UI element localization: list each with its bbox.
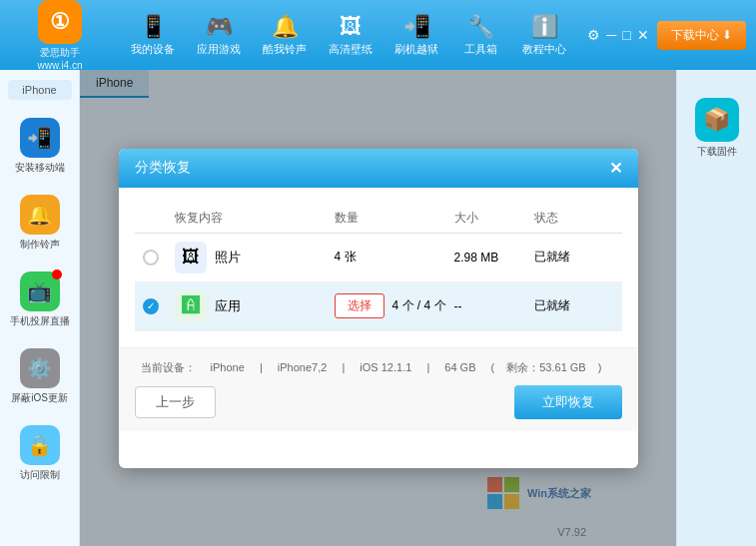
install-label: 安装移动端 xyxy=(15,161,65,175)
ringtone-icon: 🔔 xyxy=(272,14,299,40)
nav-apps-games[interactable]: 🎮 应用游戏 xyxy=(187,8,251,63)
nav-wallpaper-label: 高清壁纸 xyxy=(329,42,373,57)
divider3: | xyxy=(426,361,429,373)
sidebar-item-update-ios[interactable]: ⚙️ 屏蔽iOS更新 xyxy=(5,340,75,413)
table-row: 🖼 照片 4 张 2.98 MB 已就绪 xyxy=(135,234,622,282)
nav-my-device[interactable]: 📱 我的设备 xyxy=(121,8,185,63)
firmware-icon: 📦 xyxy=(695,98,739,142)
nav-flash[interactable]: 📲 刷机越狱 xyxy=(384,8,448,63)
update-ios-label: 屏蔽iOS更新 xyxy=(11,391,68,405)
badge-dot xyxy=(52,270,62,279)
device-icon: 📱 xyxy=(140,14,167,40)
photo-label: 照片 xyxy=(215,249,241,267)
screen-mirror-icon: 📺 xyxy=(20,272,60,311)
photo-status: 已就绪 xyxy=(534,249,614,266)
top-icons: ⚙ ─ □ ✕ xyxy=(587,27,648,43)
select-apps-btn[interactable]: 选择 xyxy=(335,293,384,318)
device-info-label: 当前设备： xyxy=(141,361,196,373)
table-header: 恢复内容 数量 大小 状态 xyxy=(135,204,622,234)
nav-tutorial[interactable]: ℹ️ 教程中心 xyxy=(512,8,576,63)
device-free-end: ) xyxy=(598,361,602,373)
row-apps-name: 🅰 应用 xyxy=(175,290,335,322)
nav-flash-label: 刷机越狱 xyxy=(394,42,438,57)
modal-overlay: 分类恢复 ✕ 恢复内容 数量 大小 状态 xyxy=(80,70,676,546)
app-url: www.i4.cn xyxy=(37,60,82,71)
apps-size: -- xyxy=(454,299,534,313)
table-row: ✓ 🅰 应用 选择 4 个 / 4 个 -- 已就绪 xyxy=(135,282,622,331)
restore-btn[interactable]: 立即恢复 xyxy=(514,385,622,419)
maximize-icon[interactable]: □ xyxy=(622,27,630,43)
close-window-icon[interactable]: ✕ xyxy=(637,27,649,43)
wallpaper-icon: 🖼 xyxy=(340,14,362,40)
bell-icon: 🔔 xyxy=(20,195,60,235)
modal-title: 分类恢复 xyxy=(135,159,191,177)
update-ios-icon: ⚙️ xyxy=(20,348,60,388)
firmware-label: 下载固件 xyxy=(697,145,737,159)
radio-photos[interactable] xyxy=(143,250,159,266)
row-photos-name: 🖼 照片 xyxy=(175,242,335,273)
install-icon: 📲 xyxy=(20,118,60,158)
access-limit-icon: 🔒 xyxy=(20,425,60,465)
nav-ringtone[interactable]: 🔔 酷我铃声 xyxy=(253,8,317,63)
top-right: ⚙ ─ □ ✕ 下载中心 ⬇ xyxy=(587,21,746,50)
download-btn[interactable]: 下载中心 ⬇ xyxy=(657,21,746,50)
device-free-val: 剩余：53.61 GB xyxy=(506,361,585,373)
modal-dialog: 分类恢复 ✕ 恢复内容 数量 大小 状态 xyxy=(119,149,638,468)
ringtone-label: 制作铃声 xyxy=(20,238,60,252)
tools-icon: 🔧 xyxy=(467,14,494,40)
modal-header: 分类恢复 ✕ xyxy=(119,149,638,188)
app-label: 应用 xyxy=(215,297,241,315)
logo-icon: ① xyxy=(38,0,82,44)
modal-close-btn[interactable]: ✕ xyxy=(609,159,622,178)
device-name: iPhone xyxy=(211,361,245,373)
nav-items: 📱 我的设备 🎮 应用游戏 🔔 酷我铃声 🖼 高清壁纸 📲 刷机越狱 🔧 工具箱… xyxy=(110,8,587,63)
nav-apps-label: 应用游戏 xyxy=(197,42,241,57)
tutorial-icon: ℹ️ xyxy=(531,14,558,40)
sidebar-item-install[interactable]: 📲 安装移动端 xyxy=(5,110,75,183)
sidebar-item-ringtone[interactable]: 🔔 制作铃声 xyxy=(5,187,75,260)
access-limit-label: 访问限制 xyxy=(20,468,60,482)
left-sidebar: iPhone 📲 安装移动端 🔔 制作铃声 📺 手机投屏直播 ⚙️ 屏蔽iOS更… xyxy=(0,70,80,546)
apps-count: 选择 4 个 / 4 个 xyxy=(335,293,454,318)
logo-area: ① 爱思助手 www.i4.cn xyxy=(10,0,110,71)
photo-count: 4 张 xyxy=(335,249,454,266)
radio-apps[interactable]: ✓ xyxy=(143,298,159,314)
sidebar-item-screen-mirror[interactable]: 📺 手机投屏直播 xyxy=(5,264,75,336)
minimize-icon[interactable]: ─ xyxy=(606,27,616,43)
app-icon: 🅰 xyxy=(175,290,207,322)
divider1: | xyxy=(260,361,263,373)
right-item-firmware[interactable]: 📦 下载固件 xyxy=(687,90,747,167)
col-size: 大小 xyxy=(454,210,534,227)
settings-icon[interactable]: ⚙ xyxy=(587,27,600,43)
screen-mirror-label: 手机投屏直播 xyxy=(10,314,70,328)
device-free: ( xyxy=(491,361,495,373)
right-sidebar: 📦 下载固件 xyxy=(676,70,756,546)
top-bar: ① 爱思助手 www.i4.cn 📱 我的设备 🎮 应用游戏 🔔 酷我铃声 🖼 … xyxy=(0,0,756,70)
col-count: 数量 xyxy=(335,210,454,227)
sidebar-item-access-limit[interactable]: 🔒 访问限制 xyxy=(5,417,75,490)
apps-status: 已就绪 xyxy=(534,297,614,314)
device-ios: iOS 12.1.1 xyxy=(360,361,411,373)
back-btn[interactable]: 上一步 xyxy=(135,386,216,418)
app-name: 爱思助手 xyxy=(40,46,80,60)
content-area: iPhone 分类恢复 ✕ 恢复内容 数量 大小 状态 xyxy=(80,70,676,546)
apps-count-val: 4 个 / 4 个 xyxy=(392,297,446,314)
photo-icon: 🖼 xyxy=(175,242,207,273)
footer-buttons: 上一步 立即恢复 xyxy=(135,385,622,419)
nav-tools[interactable]: 🔧 工具箱 xyxy=(450,8,510,63)
col-status: 状态 xyxy=(534,210,614,227)
nav-device-label: 我的设备 xyxy=(131,42,175,57)
device-info: 当前设备： iPhone | iPhone7,2 | iOS 12.1.1 | … xyxy=(135,360,622,375)
device-storage: 64 GB xyxy=(444,361,475,373)
divider2: | xyxy=(342,361,345,373)
nav-wallpaper[interactable]: 🖼 高清壁纸 xyxy=(319,8,382,63)
device-model: iPhone7,2 xyxy=(278,361,328,373)
nav-ringtone-label: 酷我铃声 xyxy=(263,42,307,57)
device-label: iPhone xyxy=(8,80,72,100)
photo-size: 2.98 MB xyxy=(454,251,534,265)
modal-body: 恢复内容 数量 大小 状态 🖼 照片 4 张 2.98 MB xyxy=(119,188,638,347)
flash-icon: 📲 xyxy=(403,14,430,40)
nav-tutorial-label: 教程中心 xyxy=(522,42,566,57)
col-select xyxy=(143,210,175,227)
main-area: iPhone 📲 安装移动端 🔔 制作铃声 📺 手机投屏直播 ⚙️ 屏蔽iOS更… xyxy=(0,70,756,546)
